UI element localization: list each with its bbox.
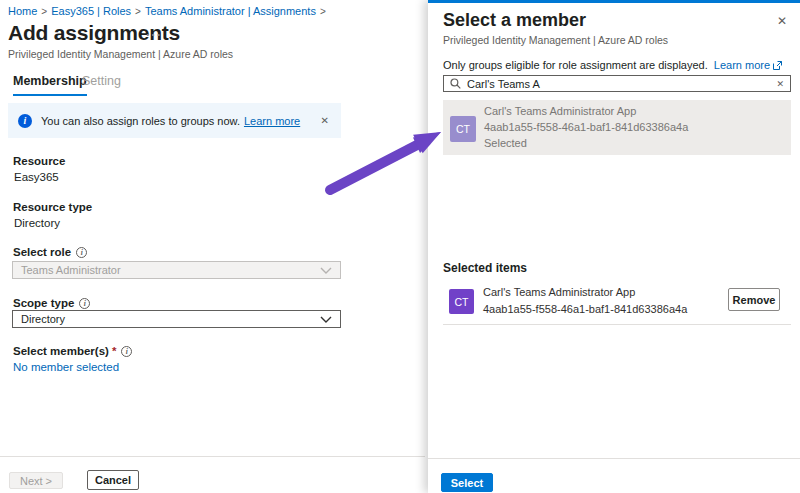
banner-learn-more-link[interactable]: Learn more — [244, 115, 300, 127]
eligibility-text: Only groups eligible for role assignment… — [443, 59, 708, 71]
select-member-panel: ✕ Select a member Privileged Identity Ma… — [428, 0, 800, 493]
close-icon[interactable]: ✕ — [777, 14, 787, 28]
tab-setting[interactable]: Setting — [82, 74, 121, 94]
divider — [443, 324, 791, 325]
remove-button[interactable]: Remove — [728, 288, 780, 311]
breadcrumb: Home>Easy365 | Roles>Teams Administrator… — [8, 5, 330, 17]
info-icon: i — [18, 114, 32, 128]
breadcrumb-separator: > — [320, 6, 326, 17]
external-link-icon — [773, 60, 782, 72]
learn-more-label: Learn more — [714, 59, 770, 71]
search-icon — [450, 78, 461, 89]
select-members-label: Select member(s) * i — [13, 345, 132, 357]
scope-type-value: Directory — [21, 313, 65, 325]
select-role-value: Teams Administrator — [21, 264, 121, 276]
result-id: 4aab1a55-f558-46a1-baf1-841d63386a4a — [484, 121, 688, 133]
member-search-box: ✕ — [443, 75, 791, 92]
info-icon: i — [79, 298, 90, 309]
select-role-label-text: Select role — [13, 246, 71, 258]
banner-text: You can also assign roles to groups now. — [41, 115, 240, 127]
page-subtitle: Privileged Identity Management | Azure A… — [8, 48, 233, 60]
breadcrumb-link-home[interactable]: Home — [8, 5, 37, 17]
scope-type-label-text: Scope type — [13, 297, 74, 309]
select-button[interactable]: Select — [441, 473, 493, 492]
member-search-input[interactable] — [467, 78, 776, 90]
select-role-dropdown[interactable]: Teams Administrator — [12, 261, 341, 279]
add-assignments-page: Home>Easy365 | Roles>Teams Administrator… — [0, 0, 425, 493]
learn-more-link[interactable]: Learn more — [714, 59, 782, 71]
selected-item-id: 4aab1a55-f558-46a1-baf1-841d63386a4a — [483, 303, 687, 315]
search-result-row[interactable]: CT Carl's Teams Administrator App 4aab1a… — [443, 100, 791, 155]
selected-items-header: Selected items — [443, 261, 527, 275]
banner-close-icon[interactable]: ✕ — [319, 113, 331, 128]
panel-subtitle: Privileged Identity Management | Azure A… — [443, 34, 668, 46]
avatar: CT — [450, 116, 476, 142]
clear-search-icon[interactable]: ✕ — [776, 79, 784, 89]
more-menu-icon[interactable]: ··· — [146, 27, 162, 42]
cancel-button[interactable]: Cancel — [87, 470, 139, 490]
breadcrumb-link-teams-administrator-assignments[interactable]: Teams Administrator | Assignments — [145, 5, 316, 17]
resource-type-label: Resource type — [13, 201, 92, 213]
select-members-label-text: Select member(s) — [13, 345, 109, 357]
resource-label: Resource — [13, 155, 65, 167]
info-icon: i — [121, 346, 132, 357]
footer-divider — [0, 456, 425, 457]
select-role-label: Select role i — [13, 246, 87, 258]
chevron-down-icon — [320, 267, 332, 274]
panel-title: Select a member — [443, 10, 586, 31]
resource-type-value: Directory — [14, 217, 60, 229]
breadcrumb-link-easy365-roles[interactable]: Easy365 | Roles — [51, 5, 131, 17]
selected-item-row: CT Carl's Teams Administrator App 4aab1a… — [443, 282, 791, 324]
next-button[interactable]: Next > — [9, 472, 63, 489]
selected-item-name: Carl's Teams Administrator App — [483, 286, 635, 298]
breadcrumb-separator: > — [135, 6, 141, 17]
result-status: Selected — [484, 137, 527, 149]
scope-type-label: Scope type i — [13, 297, 90, 309]
panel-footer-divider — [428, 458, 800, 459]
eligibility-note: Only groups eligible for role assignment… — [443, 59, 782, 72]
screen: Home>Easy365 | Roles>Teams Administrator… — [0, 0, 800, 493]
info-icon: i — [76, 247, 87, 258]
breadcrumb-separator: > — [41, 6, 47, 17]
info-banner: i You can also assign roles to groups no… — [8, 103, 341, 138]
required-asterisk: * — [112, 345, 116, 357]
tab-membership[interactable]: Membership — [13, 74, 87, 96]
chevron-down-icon — [320, 316, 332, 323]
avatar: CT — [449, 289, 474, 314]
resource-value: Easy365 — [14, 171, 59, 183]
scope-type-dropdown[interactable]: Directory — [12, 310, 341, 328]
result-name: Carl's Teams Administrator App — [484, 105, 636, 117]
no-member-selected-link[interactable]: No member selected — [13, 361, 119, 373]
